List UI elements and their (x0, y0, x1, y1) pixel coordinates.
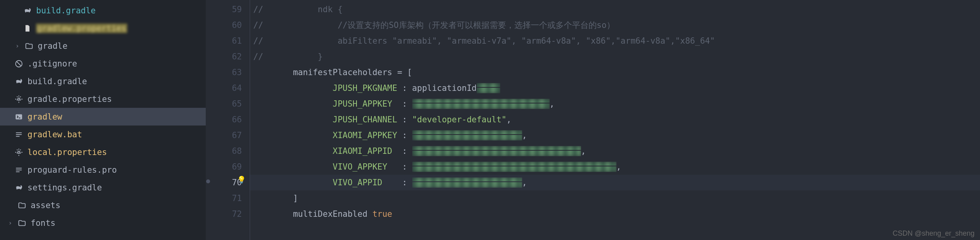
chevron-right-icon[interactable]: › (7, 219, 13, 227)
file-label: proguard-rules.pro (27, 165, 117, 175)
file-label: fonts (31, 218, 55, 228)
code-token: : (397, 146, 412, 156)
tree-item-build-gradle[interactable]: build.gradle (0, 72, 206, 90)
code-token: "developer-default" (412, 115, 506, 124)
gradle-icon (14, 183, 24, 192)
tree-item-gradle[interactable]: ›gradle (0, 37, 206, 55)
tree-item-proguard-rules-pro[interactable]: proguard-rules.pro (0, 161, 206, 179)
code-line[interactable]: VIVO_APPID : , (250, 175, 980, 190)
code-token: : (397, 162, 412, 172)
code-line[interactable]: manifestPlaceholders = [ (250, 65, 980, 80)
code-token: XIAOMI_APPKEY (253, 131, 397, 140)
svg-point-2 (18, 98, 20, 100)
code-line[interactable]: JPUSH_CHANNEL : "developer-default", (250, 112, 980, 127)
breakpoint-marker[interactable] (206, 179, 210, 183)
tree-item--gitignore[interactable]: .gitignore (0, 55, 206, 72)
file-label: build.gradle (36, 6, 96, 15)
gear-icon (14, 148, 24, 157)
redacted-value (412, 130, 522, 140)
file-label: gradle.properties (27, 94, 112, 104)
code-line[interactable]: multiDexEnabled true (250, 206, 980, 222)
code-token: ] (253, 194, 298, 203)
line-number: 66 (210, 112, 242, 127)
line-number: 68 (210, 143, 242, 159)
text-icon (14, 130, 24, 139)
code-line[interactable]: ] (250, 190, 980, 206)
line-number: 59 (210, 2, 242, 17)
gear-icon (14, 94, 24, 104)
tree-item-settings-gradle[interactable]: settings.gradle (0, 179, 206, 196)
tree-item-gradlew[interactable]: gradlew (0, 108, 206, 126)
line-number-gutter: 5960616263646566676869💡707172 (210, 0, 250, 240)
redacted-value (412, 177, 522, 188)
folder-icon (24, 41, 34, 51)
line-number: 64 (210, 80, 242, 96)
tree-item-gradlew-bat[interactable]: gradlew.bat (0, 126, 206, 143)
watermark-text: CSDN @sheng_er_sheng (893, 229, 975, 238)
tree-item-fonts[interactable]: ›fonts (0, 214, 206, 232)
term-icon (14, 112, 24, 122)
file-label: gradlew.bat (27, 130, 82, 139)
code-token: } (263, 52, 323, 61)
gradle-icon (14, 77, 24, 86)
code-token: //设置支持的SO库架构（开发者可以根据需要，选择一个或多个平台的so） (263, 20, 615, 31)
code-token: true (372, 209, 392, 219)
code-line[interactable]: // //设置支持的SO库架构（开发者可以根据需要，选择一个或多个平台的so） (250, 17, 980, 33)
file-icon (23, 24, 32, 33)
redacted-value (412, 99, 550, 109)
code-token: manifestPlaceholders (253, 68, 397, 77)
code-token: : (397, 178, 412, 187)
tree-item-assets[interactable]: assets (0, 196, 206, 214)
code-token: // (253, 5, 263, 14)
code-token: , (581, 146, 586, 156)
code-line[interactable]: VIVO_APPKEY : , (250, 159, 980, 175)
code-line[interactable]: JPUSH_PKGNAME : applicationId (250, 80, 980, 96)
code-line[interactable]: XIAOMI_APPKEY : , (250, 127, 980, 143)
tree-item-build-gradle[interactable]: build.gradle (0, 2, 206, 19)
code-token: : (397, 83, 412, 93)
code-token: // (253, 36, 263, 46)
code-token: multiDexEnabled (253, 209, 372, 219)
code-content[interactable]: // ndk {// //设置支持的SO库架构（开发者可以根据需要，选择一个或多… (250, 0, 980, 240)
code-token: [ (402, 68, 412, 77)
svg-rect-3 (16, 114, 22, 119)
folder-icon (17, 218, 27, 228)
svg-point-7 (18, 151, 20, 153)
tree-item-gradle-properties[interactable]: gradle.properties (0, 90, 206, 108)
code-token: abiFilters "armeabi", "armeabi-v7a", "ar… (263, 36, 715, 46)
code-token: applicationId (412, 83, 477, 93)
tree-item-gradlew-properties[interactable]: gradlew.properties (0, 19, 206, 37)
folder-icon (17, 201, 27, 210)
file-label: .gitignore (27, 59, 77, 68)
breakpoint-gutter[interactable] (206, 0, 210, 240)
code-token: // (253, 20, 263, 30)
code-token: = (397, 68, 402, 77)
line-number: 72 (210, 206, 242, 222)
code-line[interactable]: // ndk { (250, 2, 980, 17)
code-line[interactable]: JPUSH_APPKEY : , (250, 96, 980, 112)
code-line[interactable]: // } (250, 49, 980, 65)
chevron-right-icon[interactable]: › (14, 42, 20, 50)
code-token: : (397, 115, 412, 124)
code-token: , (522, 131, 527, 140)
code-token: JPUSH_CHANNEL (253, 115, 397, 124)
code-token: JPUSH_PKGNAME (253, 83, 397, 93)
code-editor[interactable]: 5960616263646566676869💡707172 // ndk {//… (210, 0, 980, 240)
line-number: 63 (210, 65, 242, 80)
file-label: assets (31, 201, 60, 210)
code-token: , (522, 178, 527, 187)
code-line[interactable]: // abiFilters "armeabi", "armeabi-v7a", … (250, 33, 980, 49)
code-token: : (397, 131, 412, 140)
tree-item-local-properties[interactable]: local.properties (0, 143, 206, 161)
code-token: ndk { (263, 5, 342, 14)
code-line[interactable]: XIAOMI_APPID : , (250, 143, 980, 159)
file-label: gradle (38, 41, 68, 51)
text-icon (14, 165, 24, 175)
lightbulb-icon[interactable]: 💡 (237, 175, 246, 184)
code-token: // (253, 52, 263, 61)
line-number: 65 (210, 96, 242, 112)
file-tree-sidebar[interactable]: build.gradlegradlew.properties›gradle.gi… (0, 0, 206, 240)
redacted-value (412, 146, 581, 156)
code-token: , (550, 99, 555, 109)
file-label: build.gradle (27, 77, 87, 86)
